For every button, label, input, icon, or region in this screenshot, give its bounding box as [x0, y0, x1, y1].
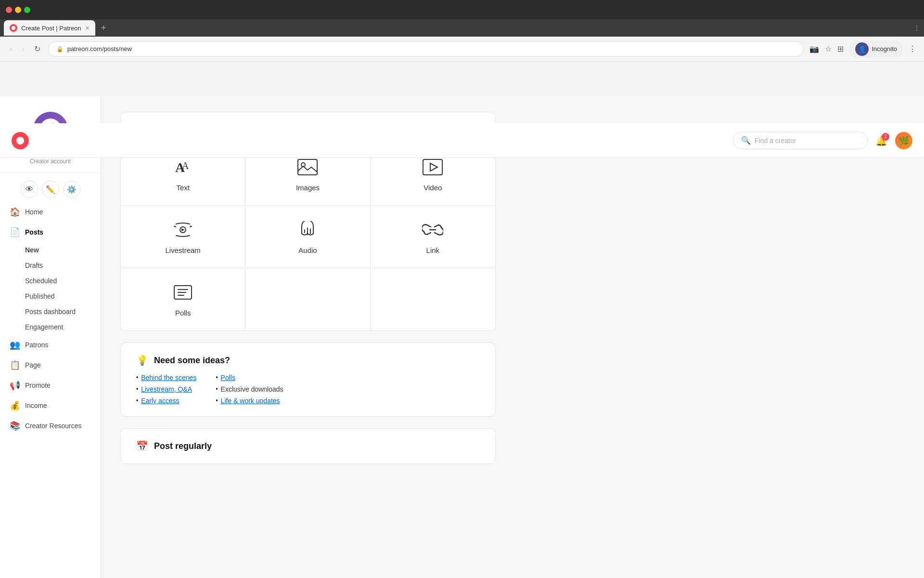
post-type-livestream[interactable]: Livestream: [121, 205, 245, 268]
sidebar-item-home[interactable]: 🏠 Home: [0, 202, 101, 222]
tab-title: Create Post | Patreon: [21, 25, 81, 32]
search-box[interactable]: 🔍 Find a creator: [733, 131, 868, 149]
sidebar-sub-item-posts-dashboard[interactable]: Posts dashboard: [0, 304, 101, 319]
post-type-audio-label: Audio: [298, 246, 317, 254]
svg-rect-2: [298, 159, 317, 175]
sidebar-item-promote[interactable]: 📢 Promote: [0, 375, 101, 395]
browser-dots: [6, 7, 30, 13]
idea-polls: • Polls: [216, 374, 283, 381]
fullscreen-dot[interactable]: [24, 7, 30, 13]
polls-link[interactable]: Polls: [221, 374, 235, 381]
posts-icon: 📄: [10, 227, 19, 237]
patreon-favicon: [10, 24, 17, 32]
reload-button[interactable]: ↻: [32, 42, 42, 55]
post-type-video-label: Video: [424, 184, 442, 192]
incognito-label: Incognito: [872, 45, 897, 53]
post-type-empty-2: [371, 268, 495, 330]
behind-scenes-link[interactable]: Behind the scenes: [141, 374, 196, 381]
notification-badge: 2: [882, 133, 889, 141]
sidebar-item-income-label: Income: [25, 402, 47, 409]
early-access-link[interactable]: Early access: [141, 397, 179, 405]
nav-search: 🔍 Find a creator 🔔 2 🌿: [29, 131, 912, 149]
active-tab[interactable]: Create Post | Patreon ✕: [4, 20, 95, 36]
edit-button[interactable]: ✏️: [42, 181, 59, 198]
main-content: Choose post type A A Text: [101, 96, 924, 578]
post-type-polls[interactable]: Polls: [121, 268, 245, 330]
post-type-images-label: Images: [296, 184, 320, 192]
sidebar-sub-item-engagement[interactable]: Engagement: [0, 319, 101, 335]
settings-button[interactable]: ⚙️: [63, 181, 80, 198]
sidebar-item-patrons[interactable]: 👥 Patrons: [0, 335, 101, 355]
view-page-button[interactable]: 👁: [21, 181, 38, 198]
ideas-col-2: • Polls • Exclusive downloads • Life & w…: [216, 374, 283, 405]
polls-icon: [172, 282, 193, 303]
camera-icon[interactable]: 📷: [809, 44, 819, 53]
ideas-header: 💡 Need some ideas?: [136, 355, 480, 366]
idea-life-work: • Life & work updates: [216, 397, 283, 405]
post-type-link[interactable]: Link: [371, 205, 495, 268]
incognito-badge[interactable]: 👤 Incognito: [849, 40, 903, 58]
sidebar: 👻 Sarah › Creator account 👁 ✏️ ⚙️ 🏠 Home: [0, 96, 101, 578]
idea-exclusive-downloads: • Exclusive downloads: [216, 385, 283, 393]
menu-icon[interactable]: ⋮: [909, 44, 916, 53]
sidebar-sub-item-published[interactable]: Published: [0, 289, 101, 304]
address-bar: ‹ › ↻ 🔒 patreon.com/posts/new 📷 ☆ ⊞ 👤 In…: [0, 37, 924, 62]
income-icon: 💰: [10, 400, 19, 411]
post-type-empty-1: [245, 268, 370, 330]
profile-role: Creator account: [30, 158, 71, 165]
minimize-dot[interactable]: [15, 7, 21, 13]
idea-livestream-qa: • Livestream, Q&A: [136, 385, 196, 393]
back-button[interactable]: ‹: [8, 43, 14, 55]
extensions-icon[interactable]: ⊞: [837, 44, 844, 53]
sidebar-item-page[interactable]: 📋 Page: [0, 355, 101, 375]
text-icon: A A: [173, 157, 192, 178]
user-avatar[interactable]: 🌿: [895, 132, 912, 149]
sidebar-item-patrons-label: Patrons: [25, 341, 48, 349]
post-regularly-section: 📅 Post regularly: [120, 428, 496, 464]
search-placeholder: Find a creator: [755, 137, 796, 144]
url-bar[interactable]: 🔒 patreon.com/posts/new: [48, 41, 804, 57]
tab-menu-button[interactable]: ⋮: [913, 24, 920, 32]
exclusive-downloads-text: Exclusive downloads: [221, 385, 283, 393]
incognito-avatar: 👤: [855, 42, 869, 56]
forward-button[interactable]: ›: [20, 43, 26, 55]
sidebar-item-page-label: Page: [25, 361, 41, 369]
post-type-polls-label: Polls: [175, 309, 191, 317]
sidebar-item-creator-resources[interactable]: 📚 Creator Resources: [0, 416, 101, 436]
sidebar-item-posts-label: Posts: [25, 228, 43, 236]
creator-resources-icon: 📚: [10, 420, 19, 431]
sidebar-item-posts[interactable]: 📄 Posts: [0, 222, 101, 242]
user-avatar-image: 🌿: [898, 135, 909, 146]
ideas-col-1: • Behind the scenes • Livestream, Q&A • …: [136, 374, 196, 405]
post-type-link-label: Link: [426, 246, 440, 254]
sidebar-sub-item-drafts[interactable]: Drafts: [0, 258, 101, 273]
toolbar-icons: 📷 ☆ ⊞ 👤 Incognito ⋮: [809, 40, 916, 58]
sidebar-actions: 👁 ✏️ ⚙️: [0, 177, 101, 202]
video-icon: [422, 157, 443, 178]
new-tab-button[interactable]: +: [97, 23, 110, 33]
svg-marker-7: [181, 228, 185, 231]
livestream-qa-link[interactable]: Livestream, Q&A: [141, 385, 192, 393]
notification-button[interactable]: 🔔 2: [875, 135, 887, 146]
lock-icon: 🔒: [56, 46, 64, 53]
svg-rect-4: [423, 159, 442, 175]
post-type-audio[interactable]: Audio: [245, 205, 370, 268]
livestream-icon: [172, 219, 193, 240]
sidebar-sub-item-scheduled[interactable]: Scheduled: [0, 273, 101, 289]
sidebar-item-income[interactable]: 💰 Income: [0, 395, 101, 416]
post-type-grid: A A Text: [121, 143, 495, 330]
top-nav: 🔍 Find a creator 🔔 2 🌿: [0, 123, 924, 158]
patreon-logo[interactable]: [12, 132, 29, 149]
close-dot[interactable]: [6, 7, 12, 13]
bookmark-icon[interactable]: ☆: [825, 44, 832, 53]
images-icon: [297, 157, 318, 178]
tab-bar: Create Post | Patreon ✕ + ⋮: [0, 19, 924, 37]
patrons-icon: 👥: [10, 340, 19, 350]
sidebar-sub-item-new[interactable]: New: [0, 242, 101, 258]
ideas-section: 💡 Need some ideas? • Behind the scenes •…: [120, 342, 496, 417]
patreon-logo-inner: [16, 137, 24, 144]
tab-close-button[interactable]: ✕: [85, 25, 90, 31]
sidebar-item-promote-label: Promote: [25, 381, 51, 389]
life-work-link[interactable]: Life & work updates: [221, 397, 280, 405]
svg-marker-5: [430, 163, 437, 171]
